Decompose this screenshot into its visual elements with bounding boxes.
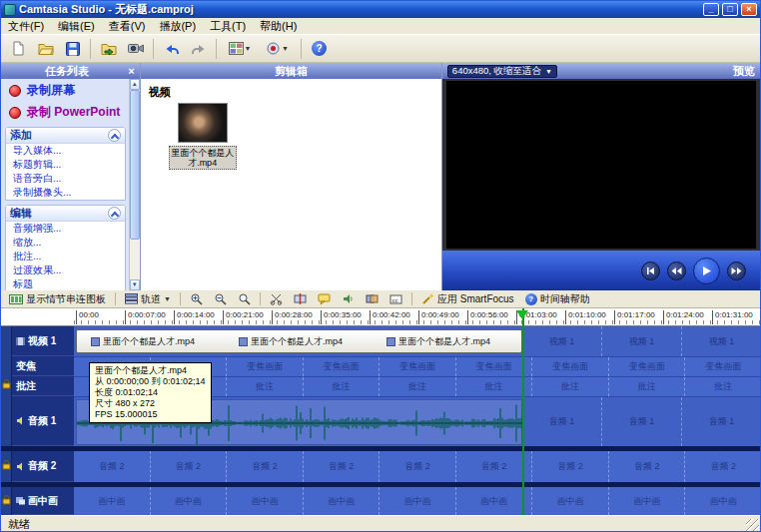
clip-thumbnail-image[interactable]: [178, 103, 228, 143]
produce-share-button[interactable]: ▼: [222, 37, 258, 61]
menu-item-6[interactable]: 帮助(H): [253, 18, 304, 35]
menu-item-5[interactable]: 工具(T): [203, 18, 253, 35]
menu-item-1[interactable]: 文件(F): [1, 18, 51, 35]
track-cell[interactable]: 音频 2: [685, 451, 760, 482]
track-header-audio1[interactable]: 音频 1: [12, 396, 74, 446]
transition-button[interactable]: [362, 291, 382, 307]
track-header-audio2[interactable]: 音频 2: [12, 451, 74, 482]
track-cell[interactable]: 音频 2: [532, 451, 609, 482]
track-cell[interactable]: 音频 2: [380, 451, 456, 482]
track-cell[interactable]: 音频 2: [151, 451, 228, 482]
open-button[interactable]: [33, 37, 58, 61]
scroll-up-icon[interactable]: ▲: [130, 79, 140, 90]
chevron-up-icon[interactable]: [108, 129, 121, 142]
zoom-out-button[interactable]: [210, 291, 231, 307]
fast-forward-button[interactable]: [727, 262, 746, 280]
redo-button[interactable]: [186, 37, 211, 61]
chevron-up-icon[interactable]: [108, 207, 121, 220]
track-cell[interactable]: 音频 2: [456, 451, 533, 482]
scroll-down-icon[interactable]: ▼: [130, 279, 140, 290]
edit-link-5[interactable]: 标题: [6, 277, 125, 290]
track-cell[interactable]: 画中画: [380, 487, 456, 515]
new-button[interactable]: [6, 37, 31, 61]
track-cell[interactable]: 音频 2: [609, 451, 686, 482]
cut-button[interactable]: [266, 291, 287, 307]
zoom-in-button[interactable]: [186, 291, 207, 307]
add-link-2[interactable]: 标题剪辑...: [6, 158, 125, 172]
track-cell[interactable]: 变焦画面: [456, 357, 533, 376]
skip-start-button[interactable]: [641, 262, 660, 280]
track-cell[interactable]: 变焦画面: [227, 357, 304, 376]
resize-grip[interactable]: [746, 519, 759, 532]
track-cell[interactable]: 变焦画面: [685, 357, 760, 376]
track-video1[interactable]: 里面个个都是人才.mp4里面个个都是人才.mp4里面个个都是人才.mp4 视频 …: [74, 326, 760, 356]
save-button[interactable]: [60, 37, 85, 61]
help-button[interactable]: ?: [307, 37, 332, 61]
apply-smartfocus-button[interactable]: 应用 SmartFocus: [417, 291, 518, 307]
track-cell[interactable]: 画中画: [74, 487, 151, 515]
track-cell[interactable]: 画中画: [304, 487, 380, 515]
track-cell[interactable]: 视频 1: [602, 326, 682, 356]
track-header-zoom[interactable]: 变焦: [12, 356, 74, 376]
tasks-scrollbar[interactable]: ▲ ▼: [129, 79, 140, 290]
menu-item-3[interactable]: 查看(V): [102, 18, 153, 35]
lock-icon[interactable]: [2, 495, 11, 505]
track-header-pip[interactable]: 画中画: [12, 487, 74, 515]
timeline-ruler[interactable]: 00:000:00:07:000:00:14:000:00:21:000:00:…: [1, 308, 760, 326]
undo-button[interactable]: [159, 37, 184, 61]
track-cell[interactable]: 视频 1: [682, 326, 760, 356]
add-group-header[interactable]: 添加: [6, 128, 125, 144]
track-pip[interactable]: 画中画画中画画中画画中画画中画画中画画中画画中画画中画: [74, 487, 760, 515]
edit-group-header[interactable]: 编辑: [6, 206, 125, 222]
track-cell[interactable]: 音频 1: [602, 397, 682, 446]
track-cell[interactable]: 变焦画面: [304, 357, 380, 376]
track-header-video1[interactable]: 视频 1: [12, 326, 74, 356]
track-cell[interactable]: 变焦画面: [532, 357, 609, 376]
track-cell[interactable]: 批注: [380, 377, 456, 396]
record-options-button[interactable]: ▼: [260, 37, 296, 61]
track-cell[interactable]: 批注: [532, 377, 609, 396]
track-cell[interactable]: 画中画: [685, 487, 760, 515]
add-link-1[interactable]: 导入媒体...: [6, 144, 125, 158]
lock-icon[interactable]: [2, 460, 11, 470]
track-cell[interactable]: 视频 1: [522, 326, 602, 356]
track-cell[interactable]: 音频 2: [74, 451, 151, 482]
rewind-button[interactable]: [667, 262, 686, 280]
close-panel-icon[interactable]: ×: [128, 65, 134, 77]
track-cell[interactable]: 变焦画面: [380, 357, 456, 376]
audio-button[interactable]: [338, 291, 359, 307]
menu-item-2[interactable]: 编辑(E): [51, 18, 102, 35]
track-cell[interactable]: 批注: [609, 377, 686, 396]
track-cell[interactable]: 画中画: [456, 487, 533, 515]
preview-zoom-dropdown[interactable]: 640x480, 收缩至适合 ▼: [447, 65, 557, 78]
timeline-help-button[interactable]: ?时间轴帮助: [521, 291, 594, 307]
track-cell[interactable]: 画中画: [609, 487, 686, 515]
track-cell[interactable]: 画中画: [151, 487, 228, 515]
maximize-button[interactable]: □: [722, 3, 738, 16]
track-cell[interactable]: 批注: [685, 377, 760, 396]
track-cell[interactable]: 画中画: [227, 487, 304, 515]
play-button[interactable]: [693, 258, 720, 284]
track-cell[interactable]: 音频 2: [304, 451, 380, 482]
track-cell[interactable]: 画中画: [532, 487, 609, 515]
track-audio2[interactable]: 音频 2音频 2音频 2音频 2音频 2音频 2音频 2音频 2音频 2: [74, 451, 760, 482]
add-link-3[interactable]: 语音旁白...: [6, 172, 125, 186]
record-camera-button[interactable]: [123, 37, 148, 61]
video-clip[interactable]: 里面个个都是人才.mp4里面个个都是人才.mp4里面个个都是人才.mp4: [76, 329, 522, 353]
record-powerpoint-button[interactable]: 录制 PowerPoint: [1, 101, 140, 123]
import-media-button[interactable]: [96, 37, 121, 61]
lock-icon[interactable]: [2, 379, 11, 389]
storyboard-toggle-button[interactable]: 显示情节串连图板: [5, 291, 110, 307]
track-cell[interactable]: 音频 2: [227, 451, 304, 482]
scrollbar-thumb[interactable]: [130, 90, 140, 240]
track-cell[interactable]: 批注: [304, 377, 380, 396]
edit-link-4[interactable]: 过渡效果...: [6, 264, 125, 277]
split-button[interactable]: [290, 291, 311, 307]
add-link-4[interactable]: 录制摄像头...: [6, 186, 125, 200]
track-cell[interactable]: 批注: [227, 377, 304, 396]
track-cell[interactable]: 批注: [456, 377, 533, 396]
captions-button[interactable]: cc: [385, 291, 406, 307]
zoom-fit-button[interactable]: [234, 291, 255, 307]
track-header-callouts[interactable]: 批注: [12, 376, 74, 396]
clip-thumbnail-item[interactable]: 里面个个都是人才.mp4: [167, 103, 239, 170]
